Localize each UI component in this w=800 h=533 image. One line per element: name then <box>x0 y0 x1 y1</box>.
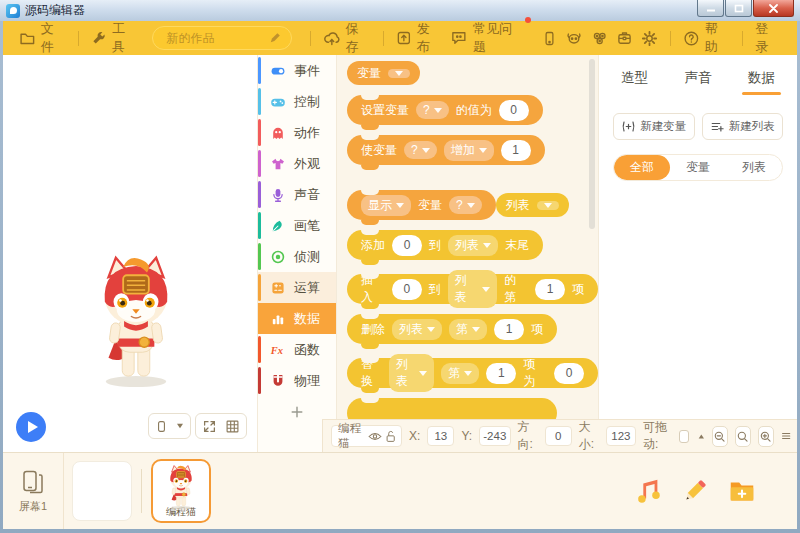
save-button[interactable]: 保存 <box>319 20 375 56</box>
pencil-edit-icon[interactable] <box>269 32 281 44</box>
dropdown-field[interactable]: ? <box>416 101 449 119</box>
grid-icon[interactable] <box>225 419 240 434</box>
sidebar-item-物理[interactable]: 物理 <box>258 365 336 396</box>
tab-造型[interactable]: 造型 <box>621 69 648 95</box>
robot-button[interactable] <box>561 30 587 46</box>
set-variable-block[interactable]: 设置变量?的值为0 <box>347 95 543 125</box>
sidebar-item-控制[interactable]: 控制 <box>258 86 336 117</box>
sidebar-item-外观[interactable]: 外观 <box>258 148 336 179</box>
filter-全部[interactable]: 全部 <box>614 155 670 180</box>
sidebar-item-侦测[interactable]: 侦测 <box>258 241 336 272</box>
extensions-button[interactable] <box>587 30 612 47</box>
toolbox-button[interactable] <box>612 30 637 46</box>
login-button[interactable]: 登录 <box>751 20 785 56</box>
maximize-button[interactable] <box>725 0 752 17</box>
new-variable-button[interactable]: 新建变量 <box>613 113 695 140</box>
new-list-button[interactable]: 新建列表 <box>702 113 784 140</box>
background-thumbnail[interactable] <box>72 461 132 521</box>
zoom-in-button[interactable] <box>758 426 774 447</box>
zoom-out-button[interactable] <box>712 426 728 447</box>
screen-tab[interactable]: 屏幕1 <box>3 453 64 529</box>
delete-from-list-block[interactable]: 删除列表第1项 <box>347 314 557 344</box>
settings-button[interactable] <box>637 30 662 47</box>
dropdown-caret[interactable] <box>388 69 410 78</box>
value-input[interactable]: 1 <box>494 319 524 340</box>
dropdown-field[interactable]: 增加 <box>444 140 494 161</box>
pencil-tool-icon[interactable] <box>680 476 710 506</box>
value-input[interactable]: 0 <box>499 100 529 121</box>
value-input[interactable]: 1 <box>501 140 531 161</box>
sidebar-item-运算[interactable]: 运算 <box>258 272 336 303</box>
dropdown-field[interactable]: ? <box>449 196 482 214</box>
publish-button[interactable]: 发布 <box>392 20 446 56</box>
sidebar-item-函数[interactable]: Fx函数 <box>258 334 336 365</box>
value-input[interactable]: 0 <box>392 235 422 256</box>
size-label: 大小: <box>579 419 599 453</box>
x-input[interactable]: 13 <box>427 426 454 446</box>
dropdown-field[interactable]: 列表 <box>389 354 434 392</box>
minimize-button[interactable] <box>697 0 724 17</box>
sidebar-item-动作[interactable]: 动作 <box>258 117 336 148</box>
replace-in-list-block[interactable]: 替换列表第1项 为0 <box>347 358 598 388</box>
data-filter-segmented: 全部变量列表 <box>613 154 783 181</box>
dropdown-caret[interactable] <box>537 201 559 210</box>
filter-变量[interactable]: 变量 <box>670 155 726 180</box>
block-text: 设置变量 <box>361 102 409 119</box>
show-variable-block[interactable]: 显示变量? <box>347 190 496 220</box>
help-button[interactable]: 帮助 <box>679 20 734 56</box>
dropdown-field[interactable]: 第 <box>441 363 479 384</box>
music-library-icon[interactable] <box>633 476 663 506</box>
ghost-icon <box>270 125 286 141</box>
dropdown-field[interactable]: 列表 <box>448 270 498 308</box>
value-input[interactable]: 0 <box>392 279 422 300</box>
orientation-button[interactable] <box>148 413 191 439</box>
sidebar-item-画笔[interactable]: 画笔 <box>258 210 336 241</box>
faq-button[interactable]: 常见问题 <box>446 20 528 56</box>
y-input[interactable]: -243 <box>479 426 510 446</box>
append-to-list-block[interactable]: 添加0到列表末尾 <box>347 230 543 260</box>
sidebar-item-事件[interactable]: 事件 <box>258 55 336 86</box>
fullscreen-icon[interactable] <box>202 419 217 434</box>
project-name-input[interactable]: 新的作品 <box>152 26 292 50</box>
visibility-eye-icon[interactable] <box>368 431 382 442</box>
dropdown-field[interactable]: ? <box>404 141 437 159</box>
tools-menu-button[interactable]: 工具 <box>87 20 141 56</box>
close-button[interactable] <box>753 0 794 17</box>
zoom-reset-button[interactable] <box>735 426 751 447</box>
file-menu-button[interactable]: 文件 <box>15 20 70 56</box>
sidebar-item-数据[interactable]: 数据 <box>258 303 336 334</box>
dropdown-field[interactable]: 显示 <box>361 195 411 216</box>
palette-scrollbar[interactable] <box>589 59 595 229</box>
block-text: 使变量 <box>361 142 397 159</box>
value-input[interactable]: 1 <box>486 363 516 384</box>
sidebar-item-声音[interactable]: 声音 <box>258 179 336 210</box>
insert-into-list-block[interactable]: 插入0到列表的第1项 <box>347 274 598 304</box>
add-sprite-folder-icon[interactable] <box>727 476 757 506</box>
cloud-save-icon <box>323 30 341 47</box>
filter-列表[interactable]: 列表 <box>726 155 782 180</box>
size-input[interactable]: 123 <box>606 426 636 446</box>
play-button[interactable] <box>16 412 46 442</box>
change-variable-block[interactable]: 使变量?增加1 <box>347 135 545 165</box>
title-bar[interactable]: 源码编辑器 <box>0 0 800 21</box>
sprite-thumbnail-selected[interactable]: 编程猫 <box>151 459 211 523</box>
menu-icon[interactable] <box>781 430 791 442</box>
collapse-caret-icon[interactable] <box>698 433 705 440</box>
sprite-name-input[interactable]: 编程猫 <box>331 425 402 447</box>
mobile-preview-button[interactable] <box>538 30 561 47</box>
dropdown-field[interactable]: 列表 <box>392 319 442 340</box>
value-input[interactable]: 0 <box>554 363 584 384</box>
dropdown-value: 列表 <box>399 321 423 338</box>
list-reporter-block[interactable]: 列表 <box>496 193 569 217</box>
dropdown-field[interactable]: 列表 <box>448 235 498 256</box>
unlock-icon[interactable] <box>385 430 397 443</box>
tab-声音[interactable]: 声音 <box>685 69 712 95</box>
block-list: 变量设置变量?的值为0使变量?增加1显示变量?列表添加0到列表末尾插入0到列表的… <box>347 61 598 442</box>
variable-reporter-block[interactable]: 变量 <box>347 61 420 85</box>
cat-sprite[interactable] <box>81 253 191 391</box>
direction-input[interactable]: 0 <box>545 426 572 446</box>
value-input[interactable]: 1 <box>535 279 565 300</box>
dropdown-field[interactable]: 第 <box>449 319 487 340</box>
draggable-checkbox[interactable] <box>679 430 689 443</box>
tab-数据[interactable]: 数据 <box>748 69 775 95</box>
